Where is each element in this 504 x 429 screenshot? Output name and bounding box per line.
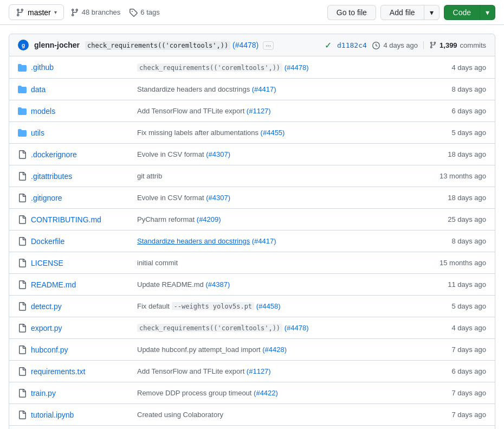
meta-links: 48 branches 6 tags	[70, 8, 321, 17]
file-name-link[interactable]: .dockerignore	[31, 150, 77, 159]
file-name-cell: utils	[18, 128, 137, 137]
branch-selector[interactable]: master ▾	[9, 4, 64, 20]
commit-msg-link[interactable]: (#4478)	[232, 41, 259, 49]
file-name-link[interactable]: LICENSE	[31, 259, 63, 267]
file-name-link[interactable]: CONTRIBUTING.md	[31, 215, 101, 224]
commit-pr-link[interactable]: (#4455)	[261, 129, 285, 137]
commit-pr-link[interactable]: (#4417)	[252, 85, 276, 93]
table-row: train.py Remove DDP process group timeou…	[9, 382, 495, 404]
commit-pr-link[interactable]: (#1127)	[247, 367, 271, 375]
commit-pr-link[interactable]: (#4307)	[206, 194, 230, 202]
commit-check-icon: ✓	[325, 40, 332, 50]
file-icon	[18, 367, 27, 376]
commit-pr-link[interactable]: (#4422)	[254, 389, 278, 397]
commit-count-number: 1,399	[440, 41, 457, 49]
add-file-caret-button[interactable]: ▾	[424, 5, 440, 20]
commit-pr-link[interactable]: (#4478)	[285, 324, 309, 332]
file-icon	[18, 193, 27, 202]
file-name-link[interactable]: export.py	[31, 324, 62, 332]
commit-age: 15 months ago	[416, 259, 486, 267]
table-row: hubconf.py Update hubconf.py attempt_loa…	[9, 338, 495, 360]
file-icon	[18, 410, 27, 419]
file-name-cell: train.py	[18, 388, 137, 398]
file-icon	[18, 323, 27, 332]
add-file-button[interactable]: Add file	[380, 5, 424, 20]
code-snippet: check_requirements(('coremltools',))	[137, 63, 282, 72]
file-name-link[interactable]: .gitignore	[31, 194, 62, 202]
file-name-link[interactable]: hubconf.py	[31, 345, 68, 354]
file-name-cell: .github	[18, 63, 137, 72]
file-table: .github check_requirements(('coremltools…	[9, 56, 495, 429]
file-name-link[interactable]: .github	[31, 63, 54, 72]
file-name-cell: requirements.txt	[18, 367, 137, 376]
avatar: g	[18, 40, 29, 50]
go-to-file-button[interactable]: Go to file	[327, 5, 376, 20]
file-name-link[interactable]: Dockerfile	[31, 237, 64, 246]
file-name-cell: CONTRIBUTING.md	[18, 215, 137, 224]
commit-message-cell: Evolve in CSV format (#4307)	[137, 150, 416, 158]
commit-author[interactable]: glenn-jocher	[34, 41, 80, 49]
commit-message-cell: PyCharm reformat (#4209)	[137, 215, 416, 223]
commit-message-cell: check_requirements(('coremltools',)) (#4…	[137, 324, 416, 332]
commit-age: 7 days ago	[416, 389, 486, 397]
file-name-link[interactable]: train.py	[31, 389, 56, 398]
commit-message-cell: check_requirements(('coremltools',)) (#4…	[137, 63, 416, 72]
commit-time: 4 days ago	[372, 41, 418, 50]
commit-pr-link[interactable]: (#4428)	[262, 345, 287, 354]
table-row: models Add TensorFlow and TFLite export …	[9, 100, 495, 121]
code-button[interactable]: Code	[444, 5, 480, 20]
file-name-link[interactable]: requirements.txt	[31, 367, 85, 376]
commit-pr-link[interactable]: (#4387)	[205, 280, 230, 289]
commit-count: 1,399 commits	[423, 41, 486, 49]
branches-link[interactable]: 48 branches	[70, 8, 121, 17]
commit-ellipsis[interactable]: ···	[263, 41, 274, 50]
file-name-cell: hubconf.py	[18, 345, 137, 354]
code-snippet: --weights yolov5s.pt	[172, 302, 255, 310]
commit-pr-link[interactable]: Standardize headers and docstrings	[137, 237, 250, 245]
file-name-link[interactable]: README.md	[31, 280, 76, 289]
commit-age: 6 days ago	[416, 107, 486, 115]
table-row: LICENSE initial commit 15 months ago	[9, 252, 495, 273]
code-caret-button[interactable]: ▾	[480, 5, 495, 20]
commit-message-cell: Add TensorFlow and TFLite export (#1127)	[137, 107, 416, 115]
file-icon	[18, 302, 27, 311]
commit-pr-link[interactable]: (#4209)	[197, 215, 221, 223]
table-row: export.py check_requirements(('coremltoo…	[9, 317, 495, 338]
file-name-link[interactable]: .gitattributes	[31, 172, 72, 181]
commit-age: 25 days ago	[416, 215, 486, 223]
commit-message-cell: git attrib	[137, 172, 416, 180]
commit-pr-link[interactable]: (#4458)	[256, 302, 281, 310]
file-name-cell: .dockerignore	[18, 150, 137, 159]
tags-count: 6 tags	[140, 8, 159, 16]
file-name-link[interactable]: data	[31, 85, 46, 94]
file-name-cell: data	[18, 85, 137, 94]
file-name-link[interactable]: detect.py	[31, 302, 62, 311]
file-name-link[interactable]: utils	[31, 129, 44, 137]
table-row: tutorial.ipynb Created using Colaborator…	[9, 404, 495, 425]
file-name-link[interactable]: models	[31, 107, 55, 116]
commit-pr-link[interactable]: (#4307)	[206, 150, 230, 158]
commit-message-cell: Standardize headers and docstrings (#441…	[137, 237, 416, 245]
commit-pr-link2[interactable]: (#4417)	[252, 237, 276, 245]
commit-age: 11 days ago	[416, 280, 486, 289]
file-name-cell: models	[18, 106, 137, 116]
commit-pr-link[interactable]: (#1127)	[247, 107, 271, 115]
table-row: detect.py Fix default --weights yolov5s.…	[9, 295, 495, 317]
commit-age: 13 months ago	[416, 172, 486, 180]
file-name-link[interactable]: tutorial.ipynb	[31, 411, 74, 419]
top-bar: master ▾ 48 branches 6 tags Go to file A…	[0, 0, 504, 25]
file-name-cell: LICENSE	[18, 258, 137, 267]
commit-hash[interactable]: d1182c4	[337, 41, 367, 49]
file-name-cell: README.md	[18, 280, 137, 289]
commit-message-cell: Created using Colaboratory	[137, 411, 416, 419]
branch-icon	[16, 8, 24, 17]
commit-age: 5 days ago	[416, 129, 486, 137]
commit-message-cell: Add TensorFlow and TFLite export (#1127)	[137, 367, 416, 375]
commit-pr-link[interactable]: (#4478)	[285, 63, 309, 72]
commit-message-cell: initial commit	[137, 259, 416, 267]
commit-time-text: 4 days ago	[383, 41, 418, 49]
commit-age: 7 days ago	[416, 411, 486, 419]
folder-icon	[18, 128, 27, 137]
tags-link[interactable]: 6 tags	[129, 8, 159, 17]
commit-age: 5 days ago	[416, 302, 486, 310]
